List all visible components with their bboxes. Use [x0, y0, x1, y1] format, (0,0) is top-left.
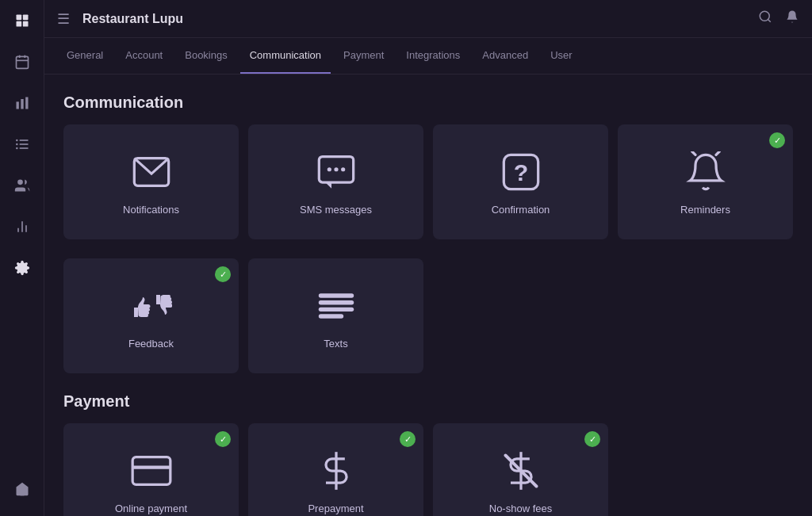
svg-point-14 — [16, 140, 18, 142]
communication-section-title: Communication — [63, 94, 793, 112]
sidebar — [0, 0, 44, 516]
card-feedback[interactable]: ✓ Feedback — [63, 258, 239, 373]
main-area: ☰ Restaurant Lupu General Account Bookin… — [44, 0, 812, 516]
sidebar-item-users[interactable] — [0, 165, 44, 206]
empty-col-2 — [618, 258, 793, 373]
confirmation-label: Confirmation — [492, 204, 550, 216]
svg-rect-2 — [16, 21, 21, 27]
feedback-check-badge: ✓ — [215, 266, 231, 282]
communication-cards-row1: Notifications SMS messages ? Confirmatio… — [63, 124, 793, 239]
prepayment-label: Prepayment — [308, 503, 363, 514]
card-prepayment[interactable]: ✓ Prepayment — [248, 423, 423, 516]
nav-tabs: General Account Bookings Communication P… — [44, 38, 812, 75]
svg-line-23 — [768, 19, 770, 21]
prepayment-check-badge: ✓ — [400, 431, 416, 447]
card-no-show-fees[interactable]: ✓ No-show fees — [433, 423, 608, 516]
svg-point-28 — [341, 167, 345, 171]
sidebar-item-chart[interactable] — [0, 82, 44, 124]
tab-general[interactable]: General — [57, 38, 113, 74]
payment-cards: ✓ Online payment ✓ Prepayment ✓ — [63, 423, 793, 516]
card-confirmation[interactable]: ? Confirmation — [433, 124, 608, 239]
sidebar-item-calendar[interactable] — [0, 41, 44, 82]
online-payment-label: Online payment — [115, 503, 187, 514]
tab-advanced[interactable]: Advanced — [473, 38, 538, 74]
no-show-fees-label: No-show fees — [489, 503, 552, 514]
empty-col-1 — [433, 258, 608, 373]
svg-rect-10 — [25, 97, 28, 109]
texts-label: Texts — [324, 338, 347, 350]
app-title: Restaurant Lupu — [82, 12, 749, 26]
no-show-fees-check-badge: ✓ — [584, 431, 600, 447]
tab-integrations[interactable]: Integrations — [396, 38, 469, 74]
tab-payment[interactable]: Payment — [334, 38, 393, 74]
feedback-label: Feedback — [128, 338, 174, 350]
reminders-check-badge: ✓ — [769, 132, 785, 148]
tab-user[interactable]: User — [541, 38, 581, 74]
svg-rect-8 — [16, 101, 18, 109]
header: ☰ Restaurant Lupu — [44, 0, 812, 38]
card-online-payment[interactable]: ✓ Online payment — [63, 423, 239, 516]
svg-point-27 — [334, 167, 338, 171]
tab-bookings[interactable]: Bookings — [175, 38, 236, 74]
svg-point-17 — [17, 180, 23, 185]
svg-rect-0 — [16, 15, 21, 21]
sidebar-item-list[interactable] — [0, 124, 44, 165]
svg-point-22 — [760, 11, 769, 21]
online-payment-check-badge: ✓ — [215, 431, 231, 447]
card-texts[interactable]: Texts — [248, 258, 423, 373]
thumbs-icon — [131, 285, 172, 327]
credit-card-icon — [131, 450, 172, 491]
content-area: Communication Notifications SMS messages… — [44, 75, 812, 516]
svg-rect-1 — [22, 15, 28, 21]
sms-icon — [316, 151, 357, 193]
svg-text:?: ? — [513, 159, 528, 185]
empty-payment-slot — [618, 423, 793, 516]
reminders-label: Reminders — [680, 204, 730, 216]
card-reminders[interactable]: ✓ Reminders — [618, 124, 793, 239]
svg-rect-9 — [21, 99, 23, 109]
svg-point-15 — [16, 143, 18, 146]
sms-label: SMS messages — [300, 204, 372, 216]
card-sms[interactable]: SMS messages — [248, 124, 423, 239]
bell-ring-icon — [685, 151, 726, 193]
question-icon: ? — [500, 151, 542, 193]
sidebar-item-dashboard[interactable] — [0, 0, 44, 41]
envelope-icon — [131, 151, 172, 193]
header-actions — [758, 10, 799, 28]
sidebar-item-store[interactable] — [0, 468, 44, 510]
search-icon[interactable] — [758, 10, 772, 28]
notifications-label: Notifications — [123, 204, 179, 216]
communication-cards-row2: ✓ Feedback — [63, 258, 793, 373]
sidebar-item-settings[interactable] — [0, 247, 44, 289]
svg-line-31 — [716, 151, 719, 155]
tab-account[interactable]: Account — [116, 38, 172, 74]
svg-rect-37 — [132, 457, 170, 485]
svg-line-32 — [691, 151, 695, 155]
tab-communication[interactable]: Communication — [240, 38, 331, 74]
svg-point-16 — [16, 147, 18, 150]
notification-icon[interactable] — [785, 10, 799, 28]
card-notifications[interactable]: Notifications — [63, 124, 239, 239]
svg-rect-4 — [16, 56, 28, 68]
payment-section-title: Payment — [63, 392, 793, 411]
svg-rect-3 — [22, 21, 28, 27]
no-dollar-icon — [500, 450, 542, 491]
text-lines-icon — [316, 285, 357, 327]
sidebar-item-reports[interactable] — [0, 206, 44, 247]
svg-point-26 — [327, 167, 331, 171]
hamburger-icon[interactable]: ☰ — [57, 10, 70, 28]
dollar-icon — [316, 450, 357, 491]
